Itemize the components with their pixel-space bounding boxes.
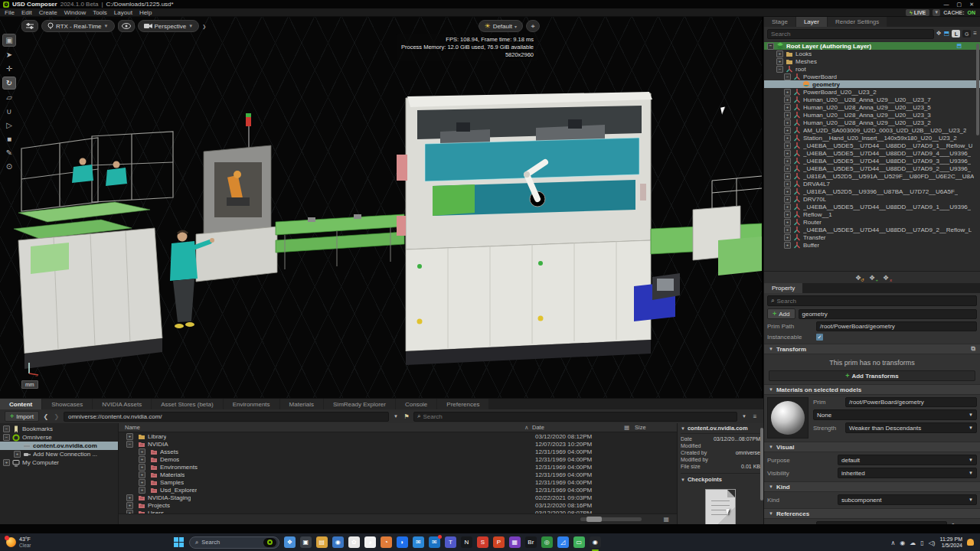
taskbar-app-icon[interactable]: ❖ — [284, 536, 296, 548]
file-row[interactable]: + Library 03/12/2020 08:12PM — [119, 432, 677, 440]
visual-section-header[interactable]: ▼ Visual — [764, 442, 980, 452]
expander-icon[interactable]: + — [784, 158, 791, 165]
column-date[interactable]: Date — [532, 424, 624, 431]
visibility-dropdown[interactable]: inherited▼ — [838, 468, 977, 478]
taskbar-weather-widget[interactable]: 43°F Clear — [6, 536, 31, 549]
expander-icon[interactable]: + — [784, 204, 791, 210]
menu-item[interactable]: Window — [64, 9, 86, 16]
expander-icon[interactable]: − — [3, 434, 10, 441]
layer-tree-item[interactable]: + Buffer — [764, 241, 980, 249]
layer-action-icon[interactable]: ❖x — [883, 274, 889, 282]
live-sync-button[interactable]: ϟ LIVE — [906, 9, 929, 16]
expander-icon[interactable]: + — [139, 448, 145, 455]
taskbar-app-icon[interactable]: ◔ — [381, 536, 392, 548]
expander-icon[interactable]: + — [126, 433, 133, 440]
taskbar-app-icon[interactable]: ✿ — [348, 536, 360, 548]
expander-icon[interactable]: + — [784, 119, 791, 126]
expander-icon[interactable]: + — [126, 494, 133, 501]
material-binding-dropdown[interactable]: None▼ — [813, 409, 977, 420]
layer-tree-item[interactable]: − Root Layer (Authoring Layer) ⬒ — [764, 42, 980, 50]
tray-icon[interactable]: ◁) — [929, 540, 936, 546]
references-section-header[interactable]: ▼ References — [764, 508, 980, 519]
layer-tree-item[interactable]: geometry — [764, 80, 980, 88]
content-search-input[interactable] — [423, 413, 733, 420]
expander-icon[interactable]: + — [784, 165, 791, 172]
viewport-tool-button[interactable]: ➤ — [3, 49, 15, 60]
tray-icon[interactable]: ▯ — [920, 540, 923, 546]
live-dropdown-button[interactable]: ▼ — [933, 9, 940, 16]
file-row[interactable]: + Materials 12/31/1969 04:00PM — [119, 471, 677, 478]
minimize-button[interactable]: — — [944, 2, 949, 7]
viewport-tool-button[interactable]: ✛ — [3, 63, 15, 74]
kind-section-header[interactable]: ▼ Kind — [764, 481, 980, 492]
file-row[interactable]: + Usd_Explorer 12/31/1969 04:00PM — [119, 486, 677, 494]
back-button[interactable]: ❮ — [42, 413, 50, 420]
menu-item[interactable]: File — [5, 9, 15, 16]
layer-tree-item[interactable]: + Looks — [764, 50, 980, 57]
bookmark-icon[interactable]: ⚑ — [403, 413, 410, 420]
viewport-tool-button[interactable]: ▱ — [3, 92, 15, 103]
expander-icon[interactable]: + — [784, 181, 791, 187]
layer-tree-item[interactable]: + Human_U20__U28_Anna_U29__U20__U23_3 — [764, 111, 980, 119]
layer-tree-item[interactable]: + Human_U20__U28_Anna_U29__U20__U23_5 — [764, 103, 980, 111]
taskbar-app-icon[interactable]: ◿ — [557, 536, 569, 548]
add-property-button[interactable]: +Add — [767, 308, 795, 319]
file-row[interactable]: − NVIDIA 12/07/2023 10:20PM — [119, 440, 677, 448]
column-size[interactable]: Size — [635, 424, 677, 431]
layer-tree-item[interactable]: + _U4EBA__U5DE5__U7D44__U88DD__U7AD9_1__… — [764, 142, 980, 149]
menu-item[interactable]: Layout — [114, 9, 132, 16]
taskbar-app-icon[interactable]: N — [461, 536, 472, 548]
content-tab[interactable]: Materials — [280, 399, 323, 409]
layer-tree-item[interactable]: + _U81EA__U52D5__U9396__U87BA__U7D72__U6… — [764, 187, 980, 195]
content-tab[interactable]: Preferences — [437, 399, 488, 409]
transform-copy-icon[interactable]: ⧉ — [971, 345, 975, 353]
file-row[interactable]: + Environments 12/31/1969 04:00PM — [119, 463, 677, 471]
transform-section-header[interactable]: ▼ Transform ⧉ — [764, 344, 980, 354]
viewport-tool-button[interactable]: ⊙ — [3, 161, 15, 172]
layer-tree-item[interactable]: + _U4EBA__U5DE5__U7D44__U88DD__U7AD9_1__… — [764, 203, 980, 210]
expander-icon[interactable]: − — [784, 73, 791, 80]
file-row[interactable]: + Assets 12/31/1969 04:00PM — [119, 448, 677, 455]
expander-icon[interactable]: + — [784, 234, 791, 241]
tray-icon[interactable]: ∧ — [890, 540, 895, 546]
menu-item[interactable]: Edit — [21, 9, 32, 16]
tray-clock[interactable]: 11:29 PM 1/5/2024 — [940, 536, 962, 549]
file-row[interactable]: + NVIDIA-Staging 02/22/2021 09:03PM — [119, 494, 677, 501]
viewport-3d[interactable]: RTX - Real-Time ▼ Perspective ▼ ❯ ☀ Defa… — [0, 17, 762, 398]
taskbar-app-icon[interactable]: ◉ — [332, 536, 344, 548]
import-button[interactable]: +Import — [5, 411, 39, 422]
filter-icon[interactable]: ▼ — [740, 414, 748, 419]
nav-tree-item[interactable]: − Omniverse — [0, 433, 118, 442]
layer-tree-item[interactable]: − PowerBoard — [764, 73, 980, 80]
expander-icon[interactable]: + — [776, 51, 783, 57]
expander-icon[interactable]: + — [139, 487, 145, 494]
layer-tree-item[interactable]: + _U81EA__U52D5__U591A__U529F__U80FD__U6… — [764, 172, 980, 180]
expander-icon[interactable]: + — [126, 502, 133, 509]
taskbar-app-icon[interactable]: S — [477, 536, 488, 548]
kind-dropdown[interactable]: subcomponent▼ — [838, 494, 977, 505]
taskbar-app-icon[interactable]: ◉ — [590, 536, 601, 548]
expander-icon[interactable]: + — [784, 211, 791, 218]
layer-tree-item[interactable]: + Meshes — [764, 57, 980, 65]
menu-item[interactable]: Help — [139, 9, 152, 16]
viewport-tool-button[interactable]: ▣ — [2, 34, 16, 47]
viewport-tool-button[interactable]: ✎ — [3, 147, 15, 158]
file-row[interactable]: + Demos 12/31/1969 04:00PM — [119, 455, 677, 463]
taskbar-app-icon[interactable]: ▭ — [573, 536, 585, 548]
expander-icon[interactable]: + — [139, 464, 145, 471]
layer-tree-item[interactable]: + _U4EBA__U5DE5__U7D44__U88DD__U7AD9_4__… — [764, 149, 980, 157]
thumbnail-size-slider[interactable] — [580, 517, 642, 521]
renderer-selector[interactable]: RTX - Real-Time ▼ — [41, 20, 115, 32]
panel-tab[interactable]: Layer — [796, 17, 827, 27]
visibility-options-button[interactable] — [118, 20, 135, 32]
layer-tree-item[interactable]: + Router — [764, 218, 980, 226]
expander-icon[interactable]: + — [3, 459, 10, 466]
panel-tab[interactable]: Stage — [764, 17, 795, 27]
camera-selector[interactable]: Perspective ▼ — [138, 20, 200, 32]
expander-icon[interactable]: + — [14, 451, 21, 458]
flatten-layers-icon[interactable]: ❖ — [936, 30, 942, 37]
layer-search-input-wrap[interactable] — [767, 29, 934, 39]
column-name[interactable]: Name — [125, 424, 524, 431]
expander-icon[interactable]: + — [784, 173, 791, 180]
nav-tree-item[interactable]: content.ov.nvidia.com — [0, 442, 118, 450]
